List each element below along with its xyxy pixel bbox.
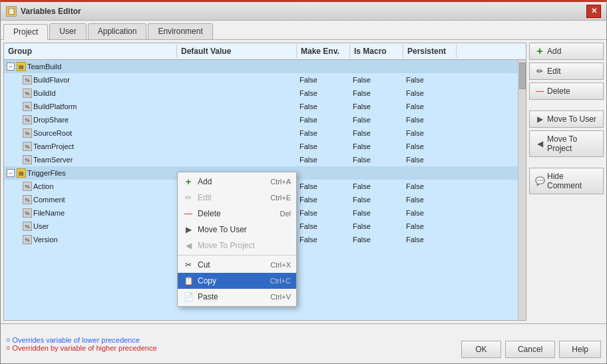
collapse-triggerfiles[interactable]: −: [7, 169, 15, 177]
context-menu: + Add Ctrl+A ✏ Edit Ctrl+E — Delete Del …: [177, 172, 297, 307]
close-button[interactable]: ✕: [586, 5, 601, 18]
delete-icon: —: [535, 87, 544, 96]
move-to-user-button[interactable]: ▶ Move To User: [529, 110, 604, 128]
delete-button[interactable]: — Delete: [529, 83, 604, 100]
cancel-button[interactable]: Cancel: [505, 341, 555, 358]
ctx-delete[interactable]: — Delete Del: [178, 206, 296, 222]
tab-bar: Project User Application Environment: [1, 21, 606, 40]
ctx-copy[interactable]: 📋 Copy Ctrl+C: [178, 273, 296, 289]
ctx-copy-icon: 📋: [183, 275, 194, 286]
var-icon: %: [23, 75, 32, 85]
ctx-arrow-left-icon: ◀: [183, 240, 194, 251]
sidebar-separator-2: [529, 160, 604, 165]
var-icon: %: [23, 115, 32, 124]
ctx-edit-icon: ✏: [183, 192, 194, 203]
table-row[interactable]: % SourceRoot False False False: [4, 126, 518, 140]
ctx-plus-icon: +: [183, 176, 194, 187]
footer-buttons: OK Cancel Help: [461, 341, 601, 358]
var-icon: %: [23, 182, 32, 191]
group-teambuild-cell: − ▤ TeamBuild: [4, 61, 177, 72]
triggerfiles-group-icon: ▤: [17, 168, 26, 178]
ctx-cut[interactable]: ✂ Cut Ctrl+X: [178, 257, 296, 273]
table-row[interactable]: % BuildFlavor False False False: [4, 73, 518, 87]
plus-icon: +: [535, 47, 544, 56]
ctx-paste[interactable]: 📄 Paste Ctrl+V: [178, 289, 296, 305]
add-button[interactable]: + Add: [529, 43, 604, 60]
var-icon: %: [23, 128, 32, 138]
var-icon: %: [23, 142, 32, 151]
ctx-delete-icon: —: [183, 208, 194, 219]
app-icon: 📋: [6, 6, 17, 17]
col-group: Group: [4, 45, 177, 58]
col-default-value: Default Value: [177, 45, 297, 58]
title-bar: 📋 Variables Editor ✕: [1, 2, 606, 21]
arrow-left-icon: ◀: [535, 139, 544, 148]
scrollbar[interactable]: [518, 60, 526, 320]
ctx-paste-icon: 📄: [183, 291, 194, 302]
var-icon: %: [23, 102, 32, 111]
hide-comment-button[interactable]: 💬 Hide Comment: [529, 168, 604, 194]
table-header: Group Default Value Make Env. Is Macro P…: [4, 43, 526, 60]
move-to-project-button[interactable]: ◀ Move To Project: [529, 130, 604, 157]
title-bar-left: 📋 Variables Editor: [6, 6, 81, 17]
ctx-cut-icon: ✂: [183, 260, 194, 270]
collapse-teambuild[interactable]: −: [7, 63, 15, 71]
var-icon: %: [23, 195, 32, 204]
var-icon: %: [23, 208, 32, 218]
tab-application[interactable]: Application: [88, 23, 147, 39]
table-row[interactable]: % DropShare False False False: [4, 113, 518, 126]
content-area: Group Default Value Make Env. Is Macro P…: [1, 40, 606, 323]
bottom-area: = Overrides variable of lower precedence…: [1, 323, 606, 363]
group-triggerfiles-cell: − ▤ TriggerFiles: [4, 168, 177, 178]
var-icon: %: [23, 235, 32, 244]
ctx-edit: ✏ Edit Ctrl+E: [178, 190, 296, 206]
table-row[interactable]: % TeamProject False False False: [4, 140, 518, 153]
edit-button[interactable]: ✏ Edit: [529, 63, 604, 80]
var-icon: %: [23, 89, 32, 98]
teambuild-group-icon: ▤: [17, 62, 26, 71]
help-button[interactable]: Help: [559, 341, 601, 358]
edit-icon: ✏: [535, 67, 544, 76]
arrow-right-icon: ▶: [535, 114, 544, 124]
sidebar: + Add ✏ Edit — Delete ▶ Move To User ◀ M…: [526, 40, 606, 323]
col-make-env: Make Env.: [297, 45, 350, 58]
comment-icon: 💬: [535, 176, 544, 186]
group-row-teambuild[interactable]: − ▤ TeamBuild: [4, 60, 518, 73]
scrollbar-thumb[interactable]: [519, 63, 526, 89]
ctx-move-to-project: ◀ Move To Project: [178, 238, 296, 254]
main-window: 📋 Variables Editor ✕ Project User Applic…: [0, 0, 607, 364]
table-row[interactable]: % BuildPlatform False False False: [4, 100, 518, 113]
var-icon: %: [23, 155, 32, 164]
tab-environment[interactable]: Environment: [148, 23, 212, 39]
col-is-macro: Is Macro: [350, 45, 403, 58]
ctx-add[interactable]: + Add Ctrl+A: [178, 174, 296, 190]
table-row[interactable]: % BuildId False False False: [4, 87, 518, 100]
table-row[interactable]: % TeamServer False False False: [4, 153, 518, 166]
col-persistent: Persistent: [403, 45, 457, 58]
tab-user[interactable]: User: [49, 23, 86, 39]
tab-project[interactable]: Project: [3, 24, 48, 40]
ctx-move-to-user[interactable]: ▶ Move To User: [178, 222, 296, 238]
var-icon: %: [23, 222, 32, 231]
ctx-arrow-right-icon: ▶: [183, 224, 194, 235]
context-menu-separator: [178, 255, 296, 256]
ok-button[interactable]: OK: [461, 341, 501, 358]
window-title: Variables Editor: [21, 7, 81, 16]
sidebar-separator-1: [529, 102, 604, 108]
